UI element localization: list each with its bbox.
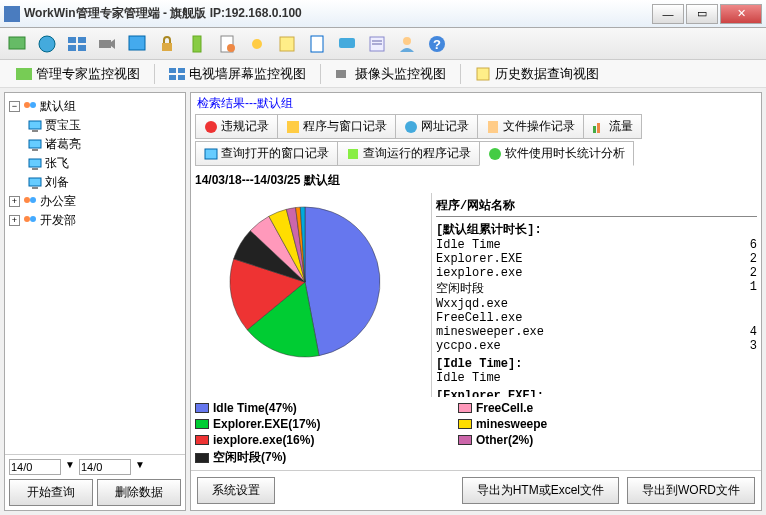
tab-urls[interactable]: 网址记录 bbox=[395, 114, 478, 139]
tree-label: 贾宝玉 bbox=[45, 117, 81, 134]
svg-rect-14 bbox=[311, 36, 323, 52]
tab-label: 电视墙屏幕监控视图 bbox=[189, 65, 306, 83]
title-bar: WorkWin管理专家管理端 - 旗舰版 IP:192.168.0.100 ― … bbox=[0, 0, 766, 28]
page-icon[interactable] bbox=[304, 31, 330, 57]
screen-icon[interactable] bbox=[124, 31, 150, 57]
help-icon[interactable]: ? bbox=[424, 31, 450, 57]
report-icon[interactable] bbox=[214, 31, 240, 57]
data-row[interactable]: iexplore.exe2 bbox=[436, 266, 757, 280]
camera-icon[interactable] bbox=[94, 31, 120, 57]
svg-point-41 bbox=[24, 216, 30, 222]
svg-rect-3 bbox=[78, 37, 86, 43]
chat-icon[interactable] bbox=[334, 31, 360, 57]
expand-icon[interactable]: + bbox=[9, 196, 20, 207]
tab-label: 查询运行的程序记录 bbox=[363, 145, 471, 162]
tab-usage-stats[interactable]: 软件使用时长统计分析 bbox=[479, 141, 634, 166]
section-head: [Idle Time]: bbox=[436, 357, 757, 371]
tab-label: 摄像头监控视图 bbox=[355, 65, 446, 83]
row-val: 4 bbox=[750, 325, 757, 339]
record-tabs-row2: 查询打开的窗口记录 查询运行的程序记录 软件使用时长统计分析 bbox=[191, 141, 761, 168]
svg-point-43 bbox=[205, 121, 217, 133]
legend-swatch bbox=[195, 403, 209, 413]
legend-item: iexplore.exe(16%) bbox=[195, 433, 448, 447]
tree-user[interactable]: 贾宝玉 bbox=[27, 116, 181, 135]
lock-icon[interactable] bbox=[154, 31, 180, 57]
monitor-icon[interactable] bbox=[4, 31, 30, 57]
computer-icon bbox=[27, 137, 43, 153]
tree-group[interactable]: +办公室 bbox=[9, 192, 181, 211]
tab-files[interactable]: 文件操作记录 bbox=[477, 114, 584, 139]
svg-rect-48 bbox=[597, 123, 600, 133]
query-button[interactable]: 开始查询 bbox=[9, 479, 93, 506]
legend-item: minesweepe bbox=[458, 417, 711, 431]
delete-button[interactable]: 删除数据 bbox=[97, 479, 181, 506]
tab-camera-view[interactable]: 摄像头监控视图 bbox=[327, 62, 454, 86]
data-row[interactable]: 空闲时段1 bbox=[436, 280, 757, 297]
section-head: [Explorer.EXE]: bbox=[436, 389, 757, 397]
svg-rect-36 bbox=[32, 168, 38, 170]
tree-user[interactable]: 诸葛亮 bbox=[27, 135, 181, 154]
collapse-icon[interactable]: − bbox=[9, 101, 20, 112]
main-toolbar: ? bbox=[0, 28, 766, 60]
tab-programs[interactable]: 程序与窗口记录 bbox=[277, 114, 396, 139]
tab-query-windows[interactable]: 查询打开的窗口记录 bbox=[195, 141, 338, 166]
globe-icon[interactable] bbox=[34, 31, 60, 57]
close-button[interactable]: ✕ bbox=[720, 4, 762, 24]
content-panel: 检索结果---默认组 违规记录 程序与窗口记录 网址记录 文件操作记录 流量 查… bbox=[190, 92, 762, 511]
legend-label: Other(2%) bbox=[476, 433, 533, 447]
pie-slice bbox=[305, 207, 380, 356]
tab-traffic[interactable]: 流量 bbox=[583, 114, 642, 139]
tab-tv-wall-view[interactable]: 电视墙屏幕监控视图 bbox=[161, 62, 314, 86]
svg-rect-15 bbox=[339, 38, 355, 48]
minimize-button[interactable]: ― bbox=[652, 4, 684, 24]
data-row[interactable]: minesweeper.exe4 bbox=[436, 325, 757, 339]
legend-item: FreeCell.e bbox=[458, 401, 711, 415]
data-list[interactable]: 程序/网站名称 [默认组累计时长]: Idle Time6Explorer.EX… bbox=[431, 193, 761, 397]
legend-swatch bbox=[195, 453, 209, 463]
usb-icon[interactable] bbox=[184, 31, 210, 57]
data-row[interactable]: Idle Time6 bbox=[436, 238, 757, 252]
date-to-input[interactable] bbox=[79, 459, 131, 475]
divider bbox=[460, 64, 461, 84]
svg-rect-37 bbox=[29, 178, 41, 186]
svg-point-51 bbox=[489, 148, 501, 160]
data-row[interactable]: yccpo.exe3 bbox=[436, 339, 757, 353]
tab-label: 管理专家监控视图 bbox=[36, 65, 140, 83]
tab-label: 网址记录 bbox=[421, 118, 469, 135]
notes-icon[interactable] bbox=[274, 31, 300, 57]
tab-query-programs[interactable]: 查询运行的程序记录 bbox=[337, 141, 480, 166]
tree-label: 张飞 bbox=[45, 155, 69, 172]
data-row[interactable]: FreeCell.exe bbox=[436, 311, 757, 325]
tree-user[interactable]: 张飞 bbox=[27, 154, 181, 173]
expand-icon[interactable]: + bbox=[9, 215, 20, 226]
settings-button[interactable]: 系统设置 bbox=[197, 477, 275, 504]
tree-root[interactable]: − 默认组 bbox=[9, 97, 181, 116]
tree-group[interactable]: +开发部 bbox=[9, 211, 181, 230]
data-row[interactable]: Explorer.EXE2 bbox=[436, 252, 757, 266]
svg-point-30 bbox=[30, 102, 36, 108]
view-tabs: 管理专家监控视图 电视墙屏幕监控视图 摄像头监控视图 历史数据查询视图 bbox=[0, 60, 766, 88]
user-icon[interactable] bbox=[394, 31, 420, 57]
legend-swatch bbox=[195, 419, 209, 429]
tab-violations[interactable]: 违规记录 bbox=[195, 114, 278, 139]
svg-rect-6 bbox=[99, 40, 111, 48]
data-row[interactable]: Wxxjqd.exe bbox=[436, 297, 757, 311]
tree-user[interactable]: 刘备 bbox=[27, 173, 181, 192]
export-excel-button[interactable]: 导出为HTM或Excel文件 bbox=[462, 477, 619, 504]
dropdown-icon[interactable]: ▼ bbox=[135, 459, 145, 475]
tab-history-view[interactable]: 历史数据查询视图 bbox=[467, 62, 607, 86]
tree-label: 办公室 bbox=[40, 193, 76, 210]
export-word-button[interactable]: 导出到WORD文件 bbox=[627, 477, 755, 504]
dropdown-icon[interactable]: ▼ bbox=[65, 459, 75, 475]
svg-rect-34 bbox=[32, 149, 38, 151]
sun-icon[interactable] bbox=[244, 31, 270, 57]
group-icon bbox=[22, 99, 38, 115]
date-from-input[interactable] bbox=[9, 459, 61, 475]
data-row[interactable]: Idle Time bbox=[436, 371, 757, 385]
list-icon[interactable] bbox=[364, 31, 390, 57]
tab-monitor-view[interactable]: 管理专家监控视图 bbox=[8, 62, 148, 86]
row-name: Wxxjqd.exe bbox=[436, 297, 508, 311]
screens-icon[interactable] bbox=[64, 31, 90, 57]
maximize-button[interactable]: ▭ bbox=[686, 4, 718, 24]
svg-rect-25 bbox=[169, 75, 176, 80]
